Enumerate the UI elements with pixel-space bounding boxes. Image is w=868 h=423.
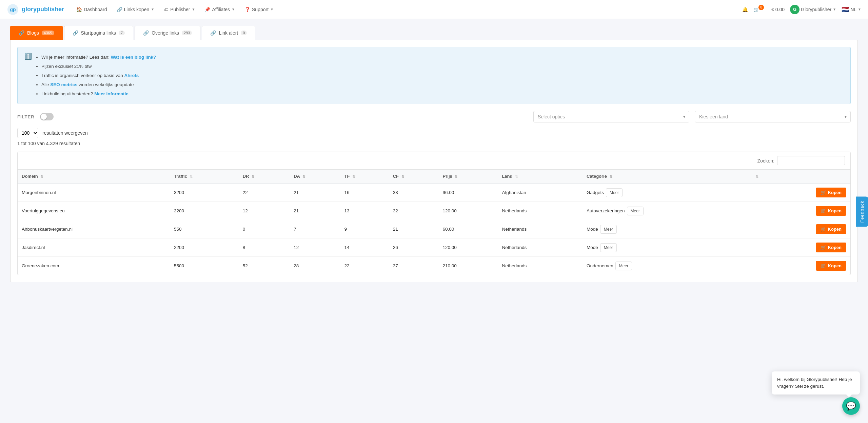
nav-item-affiliates[interactable]: 📌 Affiliates ▼ xyxy=(200,4,239,15)
cell-traffic-2: 550 xyxy=(170,220,239,238)
table-body: Morgenbinnen.nl 3200 22 21 16 33 96.00 A… xyxy=(18,183,850,275)
col-prijs[interactable]: Prijs ⇅ xyxy=(439,170,498,183)
col-domein[interactable]: Domein ⇅ xyxy=(18,170,170,183)
cell-tf-4: 22 xyxy=(340,257,389,275)
col-dr[interactable]: DR ⇅ xyxy=(239,170,290,183)
question-icon: ❓ xyxy=(244,7,250,12)
info-item-1: Wil je meer informatie? Lees dan: Wat is… xyxy=(41,53,156,62)
cell-dr-1: 12 xyxy=(239,202,290,220)
sort-tf-icon: ⇅ xyxy=(352,175,355,178)
startpagina-tab-label: Startpagina links xyxy=(81,30,116,36)
username-label: Glorypublisher xyxy=(801,7,831,12)
nav-item-support[interactable]: ❓ Support ▼ xyxy=(240,4,278,15)
sort-land-icon: ⇅ xyxy=(515,175,518,178)
nav-right: 🔔 🛒 0 € 0.00 G Glorypublisher ▼ 🇳🇱 NL ▼ xyxy=(742,5,861,14)
col-land[interactable]: Land ⇅ xyxy=(498,170,583,183)
tabs-bar: 🔗 Blogs 4365 🔗 Startpagina links 7 🔗 Ove… xyxy=(10,26,858,40)
table-header: Domein ⇅ Traffic ⇅ DR ⇅ DA xyxy=(18,170,850,183)
search-input[interactable] xyxy=(777,156,845,165)
overige-tab-icon: 🔗 xyxy=(143,30,149,36)
sort-domein-icon: ⇅ xyxy=(40,175,43,178)
cell-traffic-0: 3200 xyxy=(170,183,239,202)
sort-actions-icon: ⇅ xyxy=(756,175,758,178)
bell-icon: 🔔 xyxy=(742,7,748,12)
cart-badge: 0 xyxy=(758,5,764,10)
overige-tab-label: Overige links xyxy=(152,30,179,36)
cell-land-1: Netherlands xyxy=(498,202,583,220)
table-container: Zoeken: Domein ⇅ Traffic ⇅ xyxy=(17,152,851,275)
meer-button-0[interactable]: Meer xyxy=(606,188,623,197)
kopen-button-4[interactable]: 🛒 Kopen xyxy=(816,261,846,271)
select-land[interactable]: Kies een land xyxy=(695,111,851,122)
cart-icon-0: 🛒 xyxy=(821,190,826,195)
cell-traffic-1: 3200 xyxy=(170,202,239,220)
cell-domein-3: Jasdirect.nl xyxy=(18,238,170,257)
kopen-button-1[interactable]: 🛒 Kopen xyxy=(816,206,846,216)
meer-button-4[interactable]: Meer xyxy=(615,262,632,270)
blog-link-info[interactable]: Wat is een blog link? xyxy=(111,55,156,60)
main-content: 🔗 Blogs 4365 🔗 Startpagina links 7 🔗 Ove… xyxy=(0,19,868,289)
nav-item-links-kopen[interactable]: 🔗 Links kopen ▼ xyxy=(113,4,159,15)
cart-button[interactable]: 🛒 0 xyxy=(753,7,766,12)
kopen-button-2[interactable]: 🛒 Kopen xyxy=(816,224,846,234)
meer-informatie-link[interactable]: Meer informatie xyxy=(94,91,129,96)
startpagina-tab-badge: 7 xyxy=(119,31,125,35)
info-item-3: Traffic is organisch verkeer op basis va… xyxy=(41,71,156,80)
brand[interactable]: gp glorypublisher xyxy=(7,3,64,16)
seo-metrics-link[interactable]: SEO metrics xyxy=(50,82,77,87)
meer-button-1[interactable]: Meer xyxy=(627,207,644,215)
user-menu[interactable]: G Glorypublisher ▼ xyxy=(790,5,836,14)
kopen-button-3[interactable]: 🛒 Kopen xyxy=(816,243,846,252)
nav-affiliates-label: Affiliates xyxy=(212,7,230,12)
col-tf[interactable]: TF ⇅ xyxy=(340,170,389,183)
notification-button[interactable]: 🔔 xyxy=(742,7,748,12)
cell-land-3: Netherlands xyxy=(498,238,583,257)
cell-da-2: 7 xyxy=(290,220,340,238)
kopen-button-0[interactable]: 🛒 Kopen xyxy=(816,188,846,197)
col-land-label: Land xyxy=(502,174,512,179)
nav-item-publisher[interactable]: 🏷 Publisher ▼ xyxy=(160,4,199,15)
col-da-label: DA xyxy=(294,174,300,179)
category-label-0: Gadgets xyxy=(587,190,604,195)
cell-tf-1: 13 xyxy=(340,202,389,220)
search-label: Zoeken: xyxy=(757,158,774,164)
col-categorie-label: Categorie xyxy=(587,174,607,179)
nav-links: 🏠 Dashboard 🔗 Links kopen ▼ 🏷 Publisher … xyxy=(72,4,739,15)
cart-icon-1: 🛒 xyxy=(821,208,826,213)
affiliate-icon: 📌 xyxy=(204,7,210,12)
tab-blogs[interactable]: 🔗 Blogs 4365 xyxy=(10,26,63,40)
col-traffic-label: Traffic xyxy=(174,174,187,179)
feedback-button[interactable]: Feedback xyxy=(856,196,868,227)
tab-startpagina-links[interactable]: 🔗 Startpagina links 7 xyxy=(64,26,134,40)
nav-links-kopen-label: Links kopen xyxy=(124,7,150,12)
meer-button-2[interactable]: Meer xyxy=(600,225,617,234)
ahrefs-link[interactable]: Ahrefs xyxy=(124,73,139,78)
nav-item-dashboard[interactable]: 🏠 Dashboard xyxy=(72,4,111,15)
col-traffic[interactable]: Traffic ⇅ xyxy=(170,170,239,183)
tab-overige-links[interactable]: 🔗 Overige links 293 xyxy=(135,26,200,40)
per-page-select[interactable]: 100 50 25 xyxy=(17,128,38,138)
col-da[interactable]: DA ⇅ xyxy=(290,170,340,183)
language-selector[interactable]: 🇳🇱 NL ▼ xyxy=(842,6,861,13)
results-table: Domein ⇅ Traffic ⇅ DR ⇅ DA xyxy=(18,170,850,275)
chevron-down-icon-publisher: ▼ xyxy=(192,7,195,11)
select-opties[interactable]: Select opties xyxy=(533,111,689,122)
table-row: Jasdirect.nl 2200 8 12 14 26 120.00 Neth… xyxy=(18,238,850,257)
col-cf[interactable]: CF ⇅ xyxy=(389,170,439,183)
tab-link-alert[interactable]: 🔗 Link alert 0 xyxy=(202,26,255,40)
sort-cf-icon: ⇅ xyxy=(401,175,404,178)
blogs-tab-icon: 🔗 xyxy=(19,30,24,36)
cell-actions-1: 🛒 Kopen xyxy=(750,202,850,220)
select-opties-wrapper: Select opties xyxy=(533,111,689,122)
col-actions: ⇅ xyxy=(750,170,850,183)
cart-icon-4: 🛒 xyxy=(821,263,826,268)
col-categorie[interactable]: Categorie ⇅ xyxy=(583,170,750,183)
info-item-4: Alle SEO metrics worden wekelijks geupda… xyxy=(41,80,156,89)
filter-toggle[interactable] xyxy=(40,113,54,120)
blogs-tab-label: Blogs xyxy=(27,30,39,36)
meer-button-3[interactable]: Meer xyxy=(600,243,617,252)
feedback-label: Feedback xyxy=(856,196,868,227)
brand-name: glorypublisher xyxy=(22,6,64,13)
startpagina-tab-icon: 🔗 xyxy=(73,30,78,36)
cell-actions-0: 🛒 Kopen xyxy=(750,183,850,202)
